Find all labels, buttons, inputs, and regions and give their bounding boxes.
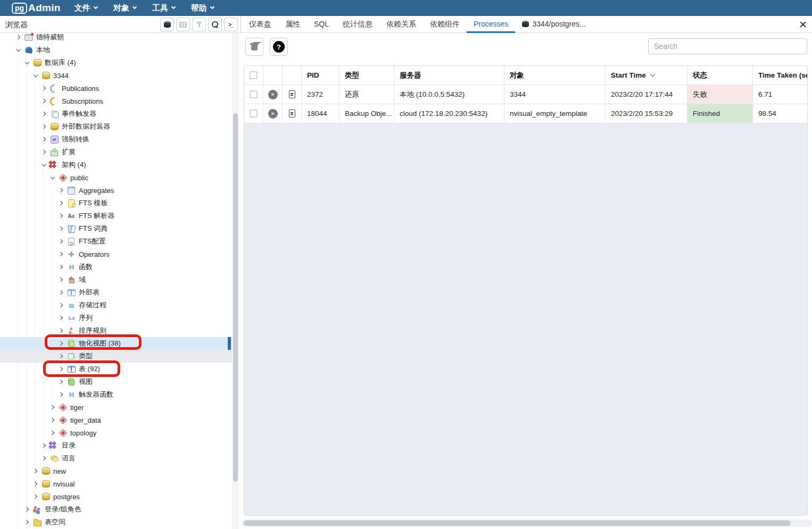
tree-item[interactable]: 3344 — [0, 69, 232, 82]
tree-item[interactable]: 视图 — [0, 375, 232, 388]
menu-object[interactable]: 对象 — [113, 3, 136, 13]
chevron-right-icon[interactable] — [40, 150, 48, 154]
tree-item[interactable]: Subscriptions — [0, 95, 232, 107]
column-header-type[interactable]: 类型 — [339, 66, 394, 85]
tree-item[interactable]: 函数 — [0, 261, 232, 273]
tree-item-tables[interactable]: 表 (92) — [0, 363, 232, 375]
tree-item[interactable]: 域 — [0, 273, 232, 286]
chevron-right-icon[interactable] — [57, 380, 65, 383]
tree-item[interactable]: Operators — [0, 248, 232, 261]
tree-item[interactable]: 数据库 (4) — [0, 56, 232, 69]
chevron-right-icon[interactable] — [15, 36, 22, 39]
tree-item[interactable]: topology — [0, 426, 232, 439]
tree-item[interactable]: 外部数据封装器 — [0, 120, 232, 133]
stop-process-icon[interactable] — [268, 109, 278, 119]
menu-help[interactable]: 帮助 — [191, 3, 214, 13]
close-icon[interactable] — [799, 21, 807, 28]
chevron-down-icon[interactable] — [23, 62, 31, 64]
chevron-right-icon[interactable] — [32, 469, 39, 473]
chevron-right-icon[interactable] — [57, 253, 65, 256]
tab-dashboard[interactable]: 仪表盘 — [242, 16, 278, 33]
filter-button[interactable] — [192, 18, 206, 31]
view-details-icon[interactable] — [289, 110, 295, 117]
tab-dependents[interactable]: 依赖组件 — [423, 16, 467, 33]
chevron-right-icon[interactable] — [49, 418, 56, 422]
db-sync-button[interactable] — [160, 18, 174, 31]
tree-item[interactable]: public — [0, 171, 232, 184]
tree-scrollbar[interactable] — [232, 33, 239, 529]
column-header-start-time[interactable]: Start Time — [606, 66, 687, 85]
chevron-right-icon[interactable] — [57, 278, 65, 281]
chevron-right-icon[interactable] — [40, 99, 48, 103]
tree-scrollbar-thumb[interactable] — [233, 113, 238, 482]
tree-item[interactable]: FTS 解析器 — [0, 209, 232, 222]
tree-item[interactable]: postgres — [0, 490, 232, 503]
tree-item[interactable]: 登录/组角色 — [0, 503, 232, 516]
checkbox[interactable] — [250, 110, 258, 117]
chevron-right-icon[interactable] — [57, 240, 65, 243]
tree-item[interactable]: 语言 — [0, 452, 232, 465]
help-button[interactable]: ? — [270, 38, 288, 56]
checkbox[interactable] — [250, 90, 258, 98]
grid-view-button[interactable] — [176, 18, 190, 31]
select-all-header[interactable] — [244, 66, 263, 85]
tree-item[interactable]: 外部表 — [0, 286, 232, 299]
tree-item[interactable]: Publications — [0, 82, 232, 95]
chevron-right-icon[interactable] — [32, 482, 39, 485]
tab-properties[interactable]: 属性 — [278, 16, 307, 33]
tree-item[interactable]: FTS配置 — [0, 235, 232, 248]
column-header-server[interactable]: 服务器 — [394, 66, 504, 85]
chevron-right-icon[interactable] — [40, 457, 48, 460]
chevron-down-icon[interactable] — [49, 177, 56, 179]
chevron-right-icon[interactable] — [57, 355, 65, 358]
chevron-right-icon[interactable] — [57, 291, 65, 294]
search-input[interactable] — [648, 38, 807, 54]
horizontal-scrollbar[interactable] — [242, 519, 812, 527]
stop-process-icon[interactable] — [268, 90, 278, 99]
menu-tools[interactable]: 工具 — [152, 3, 175, 13]
column-header-object[interactable]: 对象 — [504, 66, 606, 85]
chevron-down-icon[interactable] — [15, 49, 22, 51]
tree-item[interactable]: 目录 — [0, 439, 232, 452]
tab-processes[interactable]: Processes — [467, 16, 515, 33]
tree-item[interactable]: FTS 词典 — [0, 222, 232, 235]
chevron-right-icon[interactable] — [57, 342, 65, 345]
tree-item[interactable]: 序列 — [0, 312, 232, 324]
tree-item[interactable]: 排序规则 — [0, 324, 232, 337]
tree-item[interactable]: 扩展 — [0, 146, 232, 158]
chevron-right-icon[interactable] — [57, 265, 65, 268]
tree-item[interactable]: 事件触发器 — [0, 107, 232, 120]
tree-item[interactable]: new — [0, 465, 232, 477]
chevron-right-icon[interactable] — [57, 316, 65, 320]
chevron-right-icon[interactable] — [40, 125, 48, 128]
tree-item[interactable]: 架构 (4) — [0, 158, 232, 171]
tree-item[interactable]: 触发器函数 — [0, 388, 232, 401]
horizontal-scrollbar-thumb[interactable] — [244, 520, 791, 526]
tree-item[interactable]: tiger — [0, 401, 232, 414]
tree-item[interactable]: 本地 — [0, 44, 232, 56]
chevron-right-icon[interactable] — [23, 520, 31, 524]
chevron-right-icon[interactable] — [57, 304, 65, 307]
query-tool-button[interactable]: >_ — [224, 18, 238, 31]
chevron-right-icon[interactable] — [49, 406, 56, 409]
chevron-right-icon[interactable] — [57, 227, 65, 230]
tab-sql[interactable]: SQL — [307, 16, 336, 33]
tree-item[interactable]: FTS 模板 — [0, 197, 232, 209]
tree-item[interactable]: Aggregates — [0, 184, 232, 197]
checkbox[interactable] — [250, 71, 258, 79]
tree-item-materialized-views[interactable]: 物化视图 (38) — [0, 337, 232, 350]
chevron-right-icon[interactable] — [40, 87, 48, 90]
chevron-right-icon[interactable] — [57, 214, 65, 217]
search-objects-button[interactable] — [208, 18, 222, 31]
chevron-right-icon[interactable] — [40, 444, 48, 447]
chevron-down-icon[interactable] — [32, 75, 39, 77]
tree-item[interactable]: 类型 — [0, 350, 232, 363]
chevron-down-icon[interactable] — [40, 164, 48, 166]
column-header-time-taken[interactable]: Time Taken (sec) — [753, 66, 807, 85]
tab-dependencies[interactable]: 依赖关系 — [379, 16, 423, 33]
chevron-right-icon[interactable] — [57, 201, 65, 205]
tree-item[interactable]: tiger_data — [0, 414, 232, 426]
chevron-right-icon[interactable] — [57, 329, 65, 332]
tree-item[interactable]: 存储过程 — [0, 299, 232, 312]
tree-item[interactable]: 强制转换 — [0, 133, 232, 146]
